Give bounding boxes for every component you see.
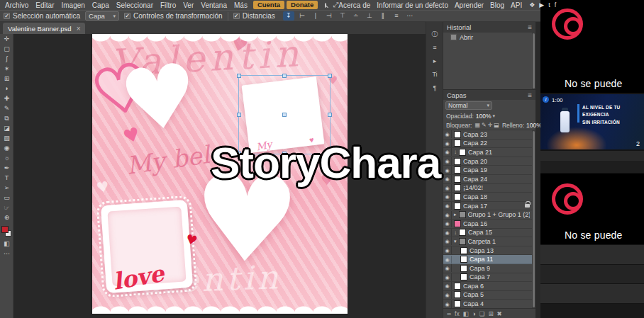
ad-banner[interactable]: i 1:00 AL NIVEL DE TU EXIGENCIA SIN IRRI… bbox=[540, 94, 644, 149]
layer-row[interactable]: ◉Capa 17 bbox=[443, 202, 535, 211]
close-icon[interactable]: × bbox=[77, 25, 81, 33]
align-left-icon[interactable]: ⊢ bbox=[296, 11, 308, 21]
character-panel-icon[interactable]: Ti bbox=[426, 69, 443, 80]
menu-editar[interactable]: Editar bbox=[32, 1, 57, 9]
menu-link[interactable]: Acerca de bbox=[338, 1, 370, 9]
visibility-icon[interactable]: ◉ bbox=[443, 300, 452, 308]
account-button[interactable]: Cuenta bbox=[253, 1, 284, 9]
visibility-icon[interactable]: ◉ bbox=[443, 229, 452, 237]
gradient-tool[interactable]: ▨ bbox=[0, 133, 13, 143]
layer-row[interactable]: ◉Capa 20 bbox=[443, 157, 535, 166]
expand-panels-icon[interactable]: ▸ bbox=[426, 55, 443, 67]
lock-transparency-icon[interactable]: ▦ bbox=[474, 122, 480, 128]
sidebar-row[interactable] bbox=[540, 284, 644, 303]
collapse-icon[interactable]: ▸ bbox=[454, 212, 457, 217]
path-select-tool[interactable]: ➢ bbox=[0, 183, 13, 193]
blend-mode-select[interactable]: Normal ▾ bbox=[445, 101, 492, 110]
menu-más[interactable]: Más bbox=[231, 1, 251, 9]
visibility-icon[interactable]: ◉ bbox=[443, 157, 452, 165]
eyedropper-tool[interactable]: ◗ bbox=[0, 84, 13, 93]
visibility-icon[interactable]: ◉ bbox=[443, 211, 452, 219]
layer-row[interactable]: ◉Capa 24 bbox=[443, 175, 535, 184]
layers-scrollbar[interactable] bbox=[532, 130, 535, 308]
visibility-icon[interactable]: ◉ bbox=[443, 184, 452, 192]
visibility-icon[interactable]: ◉ bbox=[443, 130, 452, 138]
distribute-vertical-icon[interactable]: ≡ bbox=[391, 11, 402, 21]
magic-wand-tool[interactable]: ✶ bbox=[0, 64, 13, 74]
layer-row[interactable]: ◉Capa 18 bbox=[443, 193, 535, 202]
layer-row[interactable]: ◉Capa 23 bbox=[443, 130, 535, 140]
shape-tool[interactable]: ▭ bbox=[0, 193, 13, 203]
snap-icon[interactable]: ↧ bbox=[283, 11, 294, 21]
layer-row[interactable]: ◉↓Capa 21 bbox=[443, 148, 535, 157]
delete-layer-icon[interactable]: ✖ bbox=[497, 309, 502, 318]
fill-value[interactable]: 100% bbox=[526, 122, 542, 129]
align-middle-icon[interactable]: ∸ bbox=[350, 11, 362, 21]
visibility-icon[interactable]: ◉ bbox=[443, 237, 452, 245]
paragraph-panel-icon[interactable]: ¶ bbox=[426, 82, 443, 93]
layer-mask-icon[interactable]: ◧ bbox=[463, 309, 469, 318]
video-player-2[interactable]: No se puede bbox=[540, 174, 644, 244]
menu-capa[interactable]: Capa bbox=[89, 1, 113, 9]
donate-button[interactable]: Donate bbox=[287, 1, 318, 9]
layer-row[interactable]: ◉Capa 19 bbox=[443, 166, 535, 175]
transform-handle[interactable] bbox=[237, 74, 241, 78]
brush-tool[interactable]: ✎ bbox=[0, 103, 13, 113]
type-tool[interactable]: T bbox=[0, 173, 13, 183]
layer-row[interactable]: ◉Capa 13 bbox=[443, 246, 535, 256]
lock-position-icon[interactable]: ✛ bbox=[488, 122, 493, 128]
sidebar-row[interactable] bbox=[540, 151, 644, 161]
canvas-document[interactable]: Valentin My bel Valentin ♥ ♥ ♥ ♥ ♥ ♥ ♥ ♥… bbox=[92, 34, 348, 314]
layer-row[interactable]: ◉Capa 6 bbox=[443, 282, 535, 291]
visibility-icon[interactable]: ◉ bbox=[443, 166, 452, 174]
zoom-tool[interactable]: ⊕ bbox=[0, 212, 13, 222]
lock-pixels-icon[interactable]: ✎ bbox=[482, 122, 487, 128]
menu-link[interactable]: API bbox=[511, 1, 522, 9]
visibility-icon[interactable]: ◉ bbox=[443, 193, 452, 200]
foreground-color-swatch[interactable] bbox=[1, 226, 9, 233]
transform-handle[interactable] bbox=[282, 152, 287, 156]
sidebar-row[interactable] bbox=[540, 245, 644, 264]
layer-row[interactable]: ◉↓Capa 15 bbox=[443, 229, 535, 238]
link-layers-icon[interactable]: ∞ bbox=[447, 309, 451, 318]
visibility-icon[interactable]: ◉ bbox=[443, 246, 452, 254]
align-bottom-icon[interactable]: ⊥ bbox=[364, 11, 375, 21]
document-tab[interactable]: Valentine Banner.psd × bbox=[3, 23, 85, 34]
menu-link[interactable]: Aprender bbox=[455, 1, 484, 9]
crop-tool[interactable]: ⊞ bbox=[0, 74, 13, 84]
layer-row[interactable]: ◉Capa 11 bbox=[443, 255, 535, 264]
distances-checkbox[interactable]: ✓ Distancias bbox=[233, 12, 275, 20]
ad-info-icon[interactable]: i bbox=[543, 96, 549, 103]
color-swatches[interactable] bbox=[0, 225, 13, 239]
transform-handle[interactable] bbox=[237, 113, 241, 117]
align-center-horizontal-icon[interactable]: ∣ bbox=[310, 11, 321, 21]
layer-row[interactable]: ◉Capa 22 bbox=[443, 140, 535, 149]
visibility-icon[interactable]: ◉ bbox=[443, 291, 452, 299]
layer-effects-icon[interactable]: fx bbox=[455, 309, 460, 318]
transform-bounding-box[interactable] bbox=[238, 75, 331, 154]
layer-row[interactable]: ◉Capa 4 bbox=[443, 300, 535, 308]
eraser-tool[interactable]: ◪ bbox=[0, 123, 13, 133]
info-panel-icon[interactable]: ⓘ bbox=[426, 28, 443, 40]
youtube-icon[interactable]: ▶ bbox=[539, 0, 544, 10]
transform-handle[interactable] bbox=[237, 152, 241, 156]
layer-row[interactable]: ◉▸Grupo 1 + Grupo 1 (2) + ( bbox=[443, 210, 535, 220]
menu-filtro[interactable]: Filtro bbox=[157, 1, 179, 9]
visibility-icon[interactable]: ◉ bbox=[443, 273, 452, 281]
chevron-down-icon[interactable]: ▾ bbox=[493, 113, 496, 119]
menu-archivo[interactable]: Archivo bbox=[1, 1, 32, 9]
healing-brush-tool[interactable]: ✚ bbox=[0, 93, 13, 103]
target-select[interactable]: Capa ▾ bbox=[85, 11, 119, 21]
search-icon[interactable] bbox=[325, 3, 326, 8]
blur-tool[interactable]: ◉ bbox=[0, 143, 13, 153]
transform-handle[interactable] bbox=[282, 74, 287, 78]
pen-tool[interactable]: ✒ bbox=[0, 163, 13, 173]
fullscreen-icon[interactable]: ⤢ bbox=[333, 1, 338, 9]
sidebar-row[interactable] bbox=[540, 162, 644, 173]
menu-link[interactable]: Informar de un defecto bbox=[377, 1, 448, 9]
sidebar-row[interactable] bbox=[540, 265, 644, 283]
hand-tool[interactable]: ☞ bbox=[0, 203, 13, 212]
transform-center-handle[interactable] bbox=[282, 113, 287, 117]
dodge-tool[interactable]: ☼ bbox=[0, 153, 13, 163]
transform-controls-checkbox[interactable]: ✓ Controles de transformación bbox=[124, 12, 223, 20]
